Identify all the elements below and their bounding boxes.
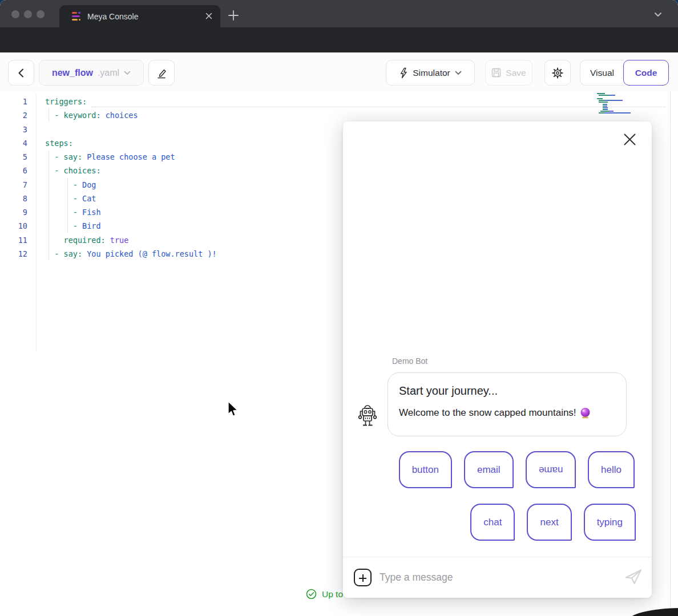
code-text: - Fish [45,205,101,219]
browser-toolbar: grid-staging.meya.ai/console/flows [0,27,678,52]
tab-close-icon[interactable] [205,11,212,22]
chevron-down-icon [455,71,462,75]
lightning-icon [399,67,408,79]
quick-reply-label: name [539,464,563,476]
code-text: - Bird [45,219,101,233]
quick-reply-label: button [412,464,439,476]
line-number: 1 [0,95,27,108]
line-number: 11 [0,233,27,247]
bot-name: Demo Bot [392,356,427,366]
visual-label: Visual [590,68,614,78]
window-close-button[interactable] [11,10,19,18]
settings-button[interactable] [544,60,571,86]
plus-attach-icon[interactable] [354,569,372,586]
chat-simulator-panel: Demo Bot Start your journey... Welcome t [343,121,652,598]
quick-reply-label: next [540,517,558,528]
save-floppy-icon [491,68,501,78]
code-text: required: true [45,233,128,247]
quick-reply-button[interactable]: typing [584,504,636,541]
check-circle-icon [306,589,317,599]
browser-tab[interactable]: Meya Console [59,5,220,27]
code-line[interactable]: 1triggers: [0,95,678,108]
quick-reply-button[interactable]: chat [470,504,515,541]
quick-reply-button[interactable]: hello [588,451,635,488]
bot-message-bubble: Start your journey... Welcome to the sno… [388,372,627,436]
line-number: 2 [0,108,27,122]
visual-tab-button[interactable]: Visual [580,60,624,86]
line-number: 6 [0,164,27,177]
simulator-label: Simulator [413,68,450,78]
console-toolbar: new_flow.yaml Simulator Save Vi [0,52,678,92]
quick-reply-button[interactable]: button [399,451,452,488]
message-title: Start your journey... [399,384,616,398]
flow-filename-dropdown[interactable]: new_flow.yaml [39,60,144,86]
back-button[interactable] [8,60,34,86]
tab-title: Meya Console [87,12,205,21]
quick-reply-label: hello [601,464,622,476]
code-text: - keyword: choices [45,108,138,122]
line-number: 7 [0,178,27,192]
quick-reply-button[interactable]: name [526,451,576,488]
new-tab-button[interactable] [227,9,240,24]
chevron-left-icon [17,68,26,78]
browser-tab-strip: Meya Console [0,0,678,27]
chevron-down-icon [124,71,131,75]
line-number: 9 [0,205,27,219]
code-text: - Dog [45,178,96,192]
simulator-dropdown-button[interactable]: Simulator [386,60,475,86]
code-label: Code [635,68,657,78]
line-number: 4 [0,136,27,150]
crystal-ball-icon [580,407,591,419]
code-text: - say: Please choose a pet [45,150,175,164]
code-text: - choices: [45,164,101,177]
tab-search-chevron-icon[interactable] [653,11,663,21]
chat-close-button[interactable] [620,129,639,149]
quick-reply-label: email [477,464,501,476]
line-number: 8 [0,192,27,205]
code-tab-button[interactable]: Code [623,60,669,86]
code-text: triggers: [45,95,87,108]
chat-input-row [343,557,652,598]
gear-icon [552,67,563,79]
message-body: Welcome to the snow capped mountains! [399,407,576,419]
quick-replies-row-1: buttonemailnamehello [360,451,635,488]
send-plane-icon [624,568,643,585]
message-input[interactable] [378,571,624,584]
browser-window: Meya Console grid-staging.meya.ai/consol… [0,0,678,616]
rename-flow-button[interactable] [148,60,175,86]
meya-favicon [71,11,81,22]
window-zoom-button[interactable] [37,10,45,18]
quick-reply-button[interactable]: email [464,451,514,488]
window-minimize-button[interactable] [24,10,32,18]
flow-filename: new_flow [52,68,93,78]
line-number: 5 [0,150,27,164]
minimap[interactable] [597,93,635,114]
quick-reply-button[interactable]: next [527,504,571,541]
save-button[interactable]: Save [485,60,532,86]
quick-reply-label: typing [597,517,623,528]
line-number: 3 [0,123,27,136]
edit-pencil-icon [156,67,167,79]
code-text: steps: [45,136,73,150]
code-text: - Cat [45,192,96,205]
editor-right-divider [670,91,671,616]
robot-icon [356,404,379,431]
code-text: - say: You picked (@ flow.result )! [45,247,217,261]
quick-replies-row-2: chatnexttyping [360,504,636,541]
close-icon [623,133,636,146]
code-line[interactable]: 2 - keyword: choices [0,108,678,122]
line-number: 12 [0,247,27,261]
send-button[interactable] [624,568,643,587]
line-number: 10 [0,219,27,233]
save-label: Save [506,68,526,78]
flow-filename-ext: .yaml [98,68,119,78]
quick-reply-label: chat [483,517,502,528]
screen: Meya Console grid-staging.meya.ai/consol… [0,0,678,616]
